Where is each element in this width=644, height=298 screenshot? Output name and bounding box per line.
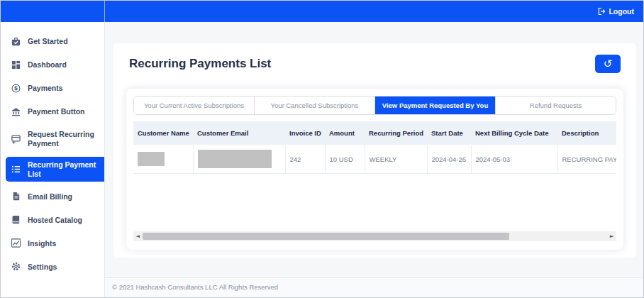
table-row: 24210 USDWEEKLY2024-04-262024-05-03RECUR… [133, 145, 616, 174]
cell-next-billing-cycle-date: 2024-05-03 [471, 145, 557, 174]
recurring-payments-table: Customer NameCustomer EmailInvoice IDAmo… [133, 121, 616, 174]
cell-start-date: 2024-04-26 [427, 145, 471, 174]
sidebar-item-label: Insights [28, 239, 56, 248]
sidebar-item-label: Settings [28, 263, 57, 272]
sidebar-item-payment-button[interactable]: Payment Button [1, 103, 104, 121]
tabs: Your Current Active SubscriptionsYour Ca… [133, 96, 616, 115]
cell-customer-email [193, 145, 285, 174]
svg-text:$: $ [14, 85, 18, 92]
cell-invoice-id: 242 [285, 145, 325, 174]
redacted-value [138, 152, 165, 166]
chart-line-icon [11, 238, 21, 248]
redacted-value [198, 150, 272, 168]
app-body: Get StartedDashboard$PaymentsPayment But… [1, 22, 643, 297]
sidebar-item-settings[interactable]: Settings [1, 258, 104, 275]
tab-view-payment-requested-by-you[interactable]: View Payment Requested By You [375, 96, 496, 114]
scrollbar-track[interactable] [143, 233, 607, 240]
footer: © 2021 Hashcash Consultants LLC All Righ… [105, 277, 643, 297]
column-header-description: Description [557, 121, 616, 145]
dollar-circle-icon: $ [11, 83, 21, 94]
sidebar-item-label: Get Started [28, 37, 68, 46]
table-card: Your Current Active SubscriptionsYour Ca… [126, 89, 623, 250]
topbar: Logout [1, 1, 643, 22]
page-title: Recurring Payments List [129, 57, 271, 71]
table-header-row: Customer NameCustomer EmailInvoice IDAmo… [133, 121, 616, 145]
column-header-invoice-id: Invoice ID [285, 121, 325, 145]
bullet-list-icon [11, 164, 21, 175]
dashboard-grid-icon [11, 60, 21, 70]
cell-recurring-period: WEEKLY [365, 145, 427, 174]
sidebar-item-label: Email Billing [28, 192, 72, 202]
gear-icon [11, 261, 21, 272]
sidebar-nav: Get StartedDashboard$PaymentsPayment But… [1, 22, 105, 297]
column-header-customer-name: Customer Name [133, 121, 193, 145]
main-area: Recurring Payments List ↺ Your Current A… [105, 22, 643, 297]
tab-your-current-active-subscriptions[interactable]: Your Current Active Subscriptions [134, 96, 255, 114]
table-body: 24210 USDWEEKLY2024-04-262024-05-03RECUR… [133, 145, 616, 174]
history-refresh-button[interactable]: ↺ [595, 55, 621, 73]
title-row: Recurring Payments List ↺ [113, 43, 636, 89]
bank-icon [11, 106, 21, 117]
document-icon [11, 191, 21, 202]
logout-icon [597, 7, 606, 16]
sidebar-item-payments[interactable]: $Payments [1, 79, 104, 97]
logout-label: Logout [609, 7, 634, 16]
briefcase-check-icon [11, 36, 21, 47]
cell-customer-name [133, 145, 193, 174]
content-card: Recurring Payments List ↺ Your Current A… [113, 43, 636, 258]
sidebar-item-insights[interactable]: Insights [1, 234, 104, 252]
logout-button[interactable]: Logout [593, 6, 638, 16]
scrollbar-thumb[interactable] [143, 233, 509, 240]
sidebar-item-request-recurring-payment[interactable]: Request Recurring Payment [1, 126, 104, 151]
card-plus-icon [11, 133, 21, 144]
sidebar-item-recurring-payment-list[interactable]: Recurring Payment List [6, 157, 104, 182]
scroll-right-icon[interactable]: ► [607, 231, 616, 241]
sidebar-item-label: Recurring Payment List [28, 160, 101, 178]
sidebar-item-label: Hosted Catalog [28, 216, 82, 225]
sidebar-item-label: Dashboard [28, 60, 67, 70]
sidebar-item-dashboard[interactable]: Dashboard [1, 56, 104, 74]
column-header-start-date: Start Date [427, 121, 471, 145]
sidebar-item-get-started[interactable]: Get Started [1, 33, 104, 50]
cell-amount: 10 USD [325, 145, 365, 174]
book-icon [11, 214, 21, 225]
logo-area [1, 1, 105, 22]
sidebar-item-email-billing[interactable]: Email Billing [1, 187, 104, 205]
sidebar-item-label: Request Recurring Payment [28, 130, 101, 148]
sidebar-item-hosted-catalog[interactable]: Hosted Catalog [1, 211, 104, 228]
tab-refund-requests[interactable]: Refund Requests [496, 96, 616, 114]
copyright-text: © 2021 Hashcash Consultants LLC All Righ… [112, 283, 278, 291]
horizontal-scrollbar[interactable]: ◄ ► [133, 231, 616, 241]
column-header-amount: Amount [325, 121, 365, 145]
table-wrap: Customer NameCustomer EmailInvoice IDAmo… [133, 121, 616, 174]
sidebar-item-label: Payments [28, 84, 63, 93]
app-window: Logout Get StartedDashboard$PaymentsPaym… [0, 0, 644, 298]
column-header-next-billing-cycle-date: Next Billing Cycle Date [471, 121, 557, 145]
scroll-left-icon[interactable]: ◄ [133, 231, 143, 241]
table-empty-space [133, 174, 616, 231]
cell-description: RECURRING PAYMENT [557, 145, 616, 174]
sidebar-item-label: Payment Button [28, 107, 85, 116]
tab-your-cancelled-subscriptions[interactable]: Your Cancelled Subscriptions [255, 96, 375, 114]
column-header-customer-email: Customer Email [193, 121, 285, 145]
column-header-recurring-period: Recurring Period [365, 121, 427, 145]
